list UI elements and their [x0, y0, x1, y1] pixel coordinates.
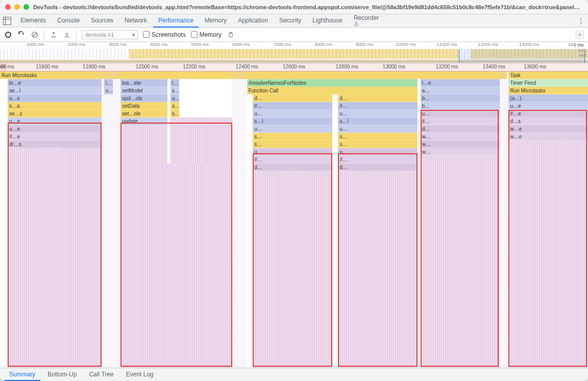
flame-entry[interactable]: update: [120, 117, 167, 125]
flame-entry[interactable]: Function Call: [247, 87, 418, 94]
flame-entry[interactable]: l…e: [421, 79, 500, 87]
flame-entry[interactable]: setData: [120, 102, 167, 110]
flame-entry[interactable]: l…: [170, 79, 179, 87]
flame-entry[interactable]: #…: [253, 156, 332, 163]
tab-lighthouse[interactable]: Lighthouse: [307, 14, 348, 28]
delete-profile-button[interactable]: [227, 31, 235, 39]
flame-entry[interactable]: b…: [421, 102, 500, 110]
flame-entry[interactable]: #…: [338, 102, 418, 110]
flame-entry[interactable]: d…: [253, 163, 332, 171]
flame-entry[interactable]: u…: [253, 125, 332, 133]
more-menu-icon[interactable]: ⋮: [577, 17, 585, 25]
flame-entry[interactable]: Timer Fired: [508, 79, 588, 87]
overview-selection[interactable]: 0 ms: [459, 49, 585, 63]
flame-deep[interactable]: [120, 163, 232, 368]
flame-entry[interactable]: loa…ete: [120, 79, 167, 87]
flame-entry[interactable]: s…: [170, 102, 179, 110]
flame-entry[interactable]: a…: [421, 87, 500, 94]
flame-entry[interactable]: setModel: [120, 87, 167, 94]
tab-performance[interactable]: Performance: [153, 14, 199, 28]
flame-entry[interactable]: w…: [421, 148, 500, 156]
flame-entry[interactable]: #…: [253, 102, 332, 110]
flame-entry[interactable]: d…: [338, 163, 418, 171]
flame-entry[interactable]: u…: [421, 110, 500, 117]
overview-tracks[interactable]: 0 ms CPU NET: [0, 49, 588, 63]
minimize-window-button[interactable]: [14, 4, 20, 10]
flame-ruler[interactable]: Task 400 ms 11600 ms 11800 ms 12000 ms 1…: [0, 63, 588, 72]
clear-button[interactable]: [31, 31, 39, 39]
flame-entry[interactable]: s…: [338, 140, 418, 148]
tab-call-tree[interactable]: Call Tree: [84, 369, 119, 381]
record-button[interactable]: [4, 31, 12, 39]
flame-entry[interactable]: s…: [170, 110, 179, 117]
flame-deep[interactable]: [338, 171, 418, 368]
flame-entry[interactable]: s…: [253, 140, 332, 148]
flame-deep[interactable]: [120, 125, 167, 163]
flame-entry[interactable]: #…: [421, 117, 500, 125]
flame-entry[interactable]: u…: [253, 148, 332, 156]
tab-sources[interactable]: Sources: [86, 14, 118, 28]
flame-entry[interactable]: w…e: [508, 133, 588, 140]
flame-entry[interactable]: #…: [338, 156, 418, 163]
flame-entry[interactable]: (a…): [508, 94, 588, 102]
flame-entry[interactable]: s…: [253, 133, 332, 140]
flame-entry[interactable]: u…: [253, 110, 332, 117]
flame-entry[interactable]: set…ols: [120, 110, 167, 117]
flame-entry[interactable]: d…: [421, 125, 500, 133]
flame-entry[interactable]: #…e: [8, 133, 102, 140]
tab-event-log[interactable]: Event Log: [121, 369, 159, 381]
reload-record-button[interactable]: [17, 31, 26, 39]
flame-entry[interactable]: s…a: [8, 102, 102, 110]
settings-button[interactable]: [576, 31, 584, 39]
upload-profile-button[interactable]: [50, 31, 58, 39]
tab-bottom-up[interactable]: Bottom-Up: [42, 369, 82, 381]
flame-entry[interactable]: s…: [338, 133, 418, 140]
flame-entry[interactable]: s…l: [253, 117, 332, 125]
flame-deep[interactable]: [8, 148, 102, 368]
flame-entry[interactable]: Run Microtasks: [0, 72, 507, 79]
flame-entry[interactable]: se…l: [8, 87, 102, 94]
flame-entry[interactable]: #…e: [508, 110, 588, 117]
flame-entry[interactable]: w…: [421, 133, 500, 140]
flame-deep[interactable]: [508, 140, 588, 368]
flame-deep[interactable]: [253, 171, 332, 368]
flame-entry[interactable]: u…s: [8, 94, 102, 102]
flame-entry[interactable]: u…: [338, 110, 418, 117]
inspect-icon[interactable]: [3, 17, 11, 25]
tab-summary[interactable]: Summary: [4, 369, 40, 381]
tab-security[interactable]: Security: [274, 14, 306, 28]
flame-deep[interactable]: [421, 156, 500, 368]
overview-timeline[interactable]: 1000 ms 2000 ms 3000 ms 4000 ms 5000 ms …: [0, 42, 588, 63]
flame-entry[interactable]: u…e: [8, 125, 102, 133]
profile-selector[interactable]: devtools #1: [82, 30, 138, 39]
flame-entry[interactable]: u…e: [8, 117, 102, 125]
flame-entry[interactable]: lo…e: [8, 79, 102, 87]
maximize-window-button[interactable]: [23, 4, 29, 10]
close-window-button[interactable]: [5, 4, 11, 10]
flame-entry[interactable]: dr…s: [8, 140, 102, 148]
flame-entry[interactable]: u…e: [508, 102, 588, 110]
tab-application[interactable]: Application: [233, 14, 273, 28]
tab-elements[interactable]: Elements: [15, 14, 51, 28]
flame-entry[interactable]: s…l: [338, 117, 418, 125]
flame-entry[interactable]: d…: [338, 94, 418, 102]
flame-entry[interactable]: Run Microtasks: [508, 87, 588, 94]
download-profile-button[interactable]: [63, 31, 71, 39]
screenshots-checkbox[interactable]: Screenshots: [143, 31, 186, 38]
flame-chart[interactable]: Run Microtasks Task Timer Fired Run Micr…: [0, 72, 588, 368]
flame-entry[interactable]: d…s: [508, 117, 588, 125]
tab-console[interactable]: Console: [52, 14, 85, 28]
flame-entry[interactable]: u…: [170, 94, 179, 102]
flame-entry[interactable]: w…e: [508, 125, 588, 133]
flame-entry[interactable]: d…: [253, 94, 332, 102]
flame-entry[interactable]: w…: [421, 140, 500, 148]
flame-entry[interactable]: u…: [338, 148, 418, 156]
tab-memory[interactable]: Memory: [200, 14, 232, 28]
flame-deep[interactable]: [170, 117, 232, 163]
flame-entry[interactable]: s…l: [170, 87, 179, 94]
flame-entry[interactable]: Task: [508, 72, 588, 79]
flame-entry[interactable]: upd…ols: [120, 94, 167, 102]
flame-entry[interactable]: se…s: [8, 110, 102, 117]
memory-checkbox[interactable]: Memory: [191, 31, 222, 38]
flame-entry[interactable]: b…: [421, 94, 500, 102]
